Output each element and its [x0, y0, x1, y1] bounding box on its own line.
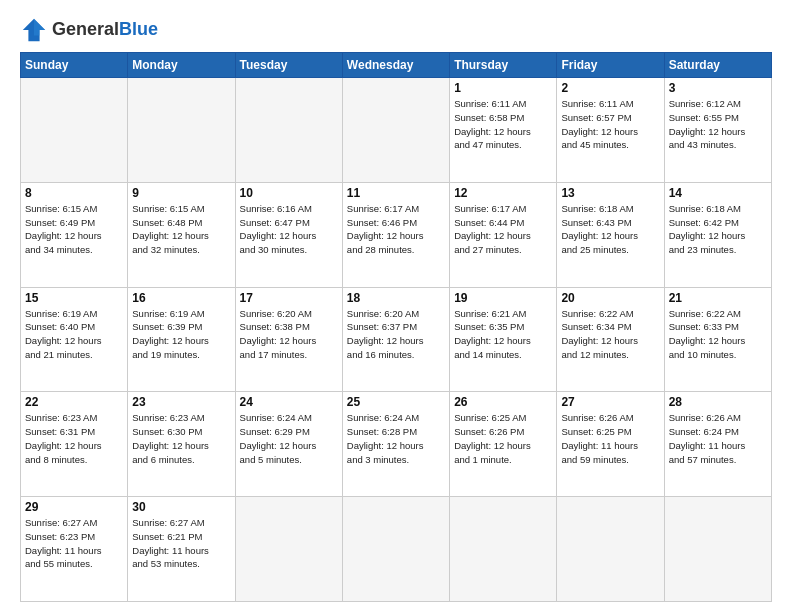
weekday-header-cell: Thursday: [450, 53, 557, 78]
calendar-day-cell: 8Sunrise: 6:15 AM Sunset: 6:49 PM Daylig…: [21, 182, 128, 287]
calendar-day-cell: 17Sunrise: 6:20 AM Sunset: 6:38 PM Dayli…: [235, 287, 342, 392]
calendar-body: 1Sunrise: 6:11 AM Sunset: 6:58 PM Daylig…: [21, 78, 772, 602]
day-detail: Sunrise: 6:22 AM Sunset: 6:34 PM Dayligh…: [561, 307, 659, 362]
day-number: 27: [561, 395, 659, 409]
calendar-day-cell: [664, 497, 771, 602]
day-number: 15: [25, 291, 123, 305]
calendar-day-cell: 25Sunrise: 6:24 AM Sunset: 6:28 PM Dayli…: [342, 392, 449, 497]
day-detail: Sunrise: 6:12 AM Sunset: 6:55 PM Dayligh…: [669, 97, 767, 152]
calendar-day-cell: 9Sunrise: 6:15 AM Sunset: 6:48 PM Daylig…: [128, 182, 235, 287]
calendar-day-cell: [21, 78, 128, 183]
calendar-day-cell: 30Sunrise: 6:27 AM Sunset: 6:21 PM Dayli…: [128, 497, 235, 602]
calendar-day-cell: 1Sunrise: 6:11 AM Sunset: 6:58 PM Daylig…: [450, 78, 557, 183]
day-number: 24: [240, 395, 338, 409]
day-number: 30: [132, 500, 230, 514]
calendar-day-cell: 21Sunrise: 6:22 AM Sunset: 6:33 PM Dayli…: [664, 287, 771, 392]
day-detail: Sunrise: 6:20 AM Sunset: 6:38 PM Dayligh…: [240, 307, 338, 362]
day-number: 29: [25, 500, 123, 514]
weekday-header-row: SundayMondayTuesdayWednesdayThursdayFrid…: [21, 53, 772, 78]
day-number: 13: [561, 186, 659, 200]
page: GeneralBlue SundayMondayTuesdayWednesday…: [0, 0, 792, 612]
calendar-day-cell: 16Sunrise: 6:19 AM Sunset: 6:39 PM Dayli…: [128, 287, 235, 392]
day-detail: Sunrise: 6:26 AM Sunset: 6:24 PM Dayligh…: [669, 411, 767, 466]
day-detail: Sunrise: 6:18 AM Sunset: 6:43 PM Dayligh…: [561, 202, 659, 257]
day-number: 12: [454, 186, 552, 200]
calendar-week-row: 8Sunrise: 6:15 AM Sunset: 6:49 PM Daylig…: [21, 182, 772, 287]
day-number: 17: [240, 291, 338, 305]
calendar-day-cell: [342, 497, 449, 602]
day-number: 25: [347, 395, 445, 409]
calendar-day-cell: 10Sunrise: 6:16 AM Sunset: 6:47 PM Dayli…: [235, 182, 342, 287]
calendar-day-cell: 29Sunrise: 6:27 AM Sunset: 6:23 PM Dayli…: [21, 497, 128, 602]
calendar-day-cell: [128, 78, 235, 183]
calendar-week-row: 1Sunrise: 6:11 AM Sunset: 6:58 PM Daylig…: [21, 78, 772, 183]
calendar-day-cell: 22Sunrise: 6:23 AM Sunset: 6:31 PM Dayli…: [21, 392, 128, 497]
calendar-day-cell: 18Sunrise: 6:20 AM Sunset: 6:37 PM Dayli…: [342, 287, 449, 392]
calendar-day-cell: [235, 78, 342, 183]
day-number: 20: [561, 291, 659, 305]
calendar-day-cell: [450, 497, 557, 602]
calendar-day-cell: 2Sunrise: 6:11 AM Sunset: 6:57 PM Daylig…: [557, 78, 664, 183]
calendar-day-cell: 23Sunrise: 6:23 AM Sunset: 6:30 PM Dayli…: [128, 392, 235, 497]
day-detail: Sunrise: 6:22 AM Sunset: 6:33 PM Dayligh…: [669, 307, 767, 362]
calendar-day-cell: [557, 497, 664, 602]
day-detail: Sunrise: 6:24 AM Sunset: 6:28 PM Dayligh…: [347, 411, 445, 466]
logo-text: GeneralBlue: [52, 20, 158, 40]
weekday-header-cell: Saturday: [664, 53, 771, 78]
svg-marker-1: [34, 19, 45, 36]
calendar-day-cell: [342, 78, 449, 183]
calendar-day-cell: 24Sunrise: 6:24 AM Sunset: 6:29 PM Dayli…: [235, 392, 342, 497]
calendar-week-row: 22Sunrise: 6:23 AM Sunset: 6:31 PM Dayli…: [21, 392, 772, 497]
calendar-day-cell: 20Sunrise: 6:22 AM Sunset: 6:34 PM Dayli…: [557, 287, 664, 392]
day-number: 2: [561, 81, 659, 95]
day-detail: Sunrise: 6:27 AM Sunset: 6:21 PM Dayligh…: [132, 516, 230, 571]
day-detail: Sunrise: 6:20 AM Sunset: 6:37 PM Dayligh…: [347, 307, 445, 362]
calendar-day-cell: 28Sunrise: 6:26 AM Sunset: 6:24 PM Dayli…: [664, 392, 771, 497]
day-number: 1: [454, 81, 552, 95]
day-number: 3: [669, 81, 767, 95]
day-detail: Sunrise: 6:23 AM Sunset: 6:31 PM Dayligh…: [25, 411, 123, 466]
day-detail: Sunrise: 6:17 AM Sunset: 6:44 PM Dayligh…: [454, 202, 552, 257]
day-number: 22: [25, 395, 123, 409]
day-number: 8: [25, 186, 123, 200]
day-number: 11: [347, 186, 445, 200]
day-detail: Sunrise: 6:17 AM Sunset: 6:46 PM Dayligh…: [347, 202, 445, 257]
day-number: 14: [669, 186, 767, 200]
day-detail: Sunrise: 6:19 AM Sunset: 6:40 PM Dayligh…: [25, 307, 123, 362]
calendar-day-cell: 15Sunrise: 6:19 AM Sunset: 6:40 PM Dayli…: [21, 287, 128, 392]
calendar-week-row: 29Sunrise: 6:27 AM Sunset: 6:23 PM Dayli…: [21, 497, 772, 602]
day-number: 21: [669, 291, 767, 305]
day-detail: Sunrise: 6:15 AM Sunset: 6:48 PM Dayligh…: [132, 202, 230, 257]
day-number: 19: [454, 291, 552, 305]
day-detail: Sunrise: 6:24 AM Sunset: 6:29 PM Dayligh…: [240, 411, 338, 466]
day-detail: Sunrise: 6:16 AM Sunset: 6:47 PM Dayligh…: [240, 202, 338, 257]
weekday-header-cell: Tuesday: [235, 53, 342, 78]
weekday-header-cell: Monday: [128, 53, 235, 78]
calendar-day-cell: 11Sunrise: 6:17 AM Sunset: 6:46 PM Dayli…: [342, 182, 449, 287]
day-detail: Sunrise: 6:27 AM Sunset: 6:23 PM Dayligh…: [25, 516, 123, 571]
day-detail: Sunrise: 6:26 AM Sunset: 6:25 PM Dayligh…: [561, 411, 659, 466]
day-detail: Sunrise: 6:25 AM Sunset: 6:26 PM Dayligh…: [454, 411, 552, 466]
weekday-header-cell: Sunday: [21, 53, 128, 78]
calendar-day-cell: [235, 497, 342, 602]
day-number: 18: [347, 291, 445, 305]
logo: GeneralBlue: [20, 16, 158, 44]
logo-icon: [20, 16, 48, 44]
day-detail: Sunrise: 6:15 AM Sunset: 6:49 PM Dayligh…: [25, 202, 123, 257]
day-number: 28: [669, 395, 767, 409]
calendar-table: SundayMondayTuesdayWednesdayThursdayFrid…: [20, 52, 772, 602]
calendar-day-cell: 19Sunrise: 6:21 AM Sunset: 6:35 PM Dayli…: [450, 287, 557, 392]
day-number: 16: [132, 291, 230, 305]
day-detail: Sunrise: 6:19 AM Sunset: 6:39 PM Dayligh…: [132, 307, 230, 362]
day-number: 26: [454, 395, 552, 409]
weekday-header-cell: Friday: [557, 53, 664, 78]
calendar-day-cell: 12Sunrise: 6:17 AM Sunset: 6:44 PM Dayli…: [450, 182, 557, 287]
day-number: 9: [132, 186, 230, 200]
calendar-day-cell: 13Sunrise: 6:18 AM Sunset: 6:43 PM Dayli…: [557, 182, 664, 287]
day-number: 10: [240, 186, 338, 200]
header: GeneralBlue: [20, 16, 772, 44]
day-detail: Sunrise: 6:18 AM Sunset: 6:42 PM Dayligh…: [669, 202, 767, 257]
day-detail: Sunrise: 6:11 AM Sunset: 6:58 PM Dayligh…: [454, 97, 552, 152]
day-detail: Sunrise: 6:23 AM Sunset: 6:30 PM Dayligh…: [132, 411, 230, 466]
calendar-week-row: 15Sunrise: 6:19 AM Sunset: 6:40 PM Dayli…: [21, 287, 772, 392]
